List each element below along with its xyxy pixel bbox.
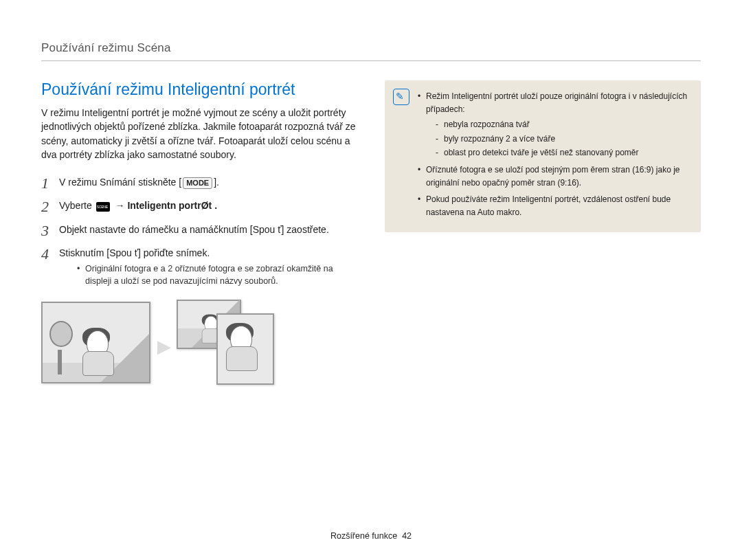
sub-bullet: Originální fotogra e a 2 oříznuté fotogr… <box>77 262 357 287</box>
step-text: Vyberte <box>59 200 95 211</box>
intro-paragraph: V režimu Inteligentní portrét je možné v… <box>41 106 357 161</box>
step-body: Vyberte → Inteligentn portrØt . <box>59 199 217 212</box>
note-bullets: Režim Inteligentní portrét uloží pouze o… <box>418 90 690 219</box>
breadcrumb: Používání režimu Scéna <box>41 41 701 61</box>
manual-page: Používání režimu Scéna Používání režimu … <box>0 0 742 560</box>
step-4: 4 Stisknutím [Spou ť] pořiďte snímek. Or… <box>41 246 357 288</box>
mode-button-label: MODE <box>183 177 212 188</box>
page-footer: Rozšířené funkce 42 <box>0 531 742 541</box>
note-box: Režim Inteligentní portrét uloží pouze o… <box>385 80 701 232</box>
note-dash-item: byly rozpoznány 2 a více tváře <box>436 133 690 146</box>
step-3: 3 Objekt nastavte do rámečku a namáčknut… <box>41 223 357 239</box>
step-number: 4 <box>41 246 59 262</box>
step-body: Stisknutím [Spou ť] pořiďte snímek. Orig… <box>59 246 357 288</box>
step-2: 2 Vyberte → Inteligentn portrØt . <box>41 199 357 215</box>
original-photo-thumbnail <box>41 302 150 383</box>
steps-list: 1 V režimu Snímání stiskněte [MODE]. 2 V… <box>41 175 357 287</box>
right-column: Režim Inteligentní portrét uloží pouze o… <box>385 80 701 385</box>
section-title: Používání režimu Inteligentní portrét <box>41 80 357 99</box>
step-text: ]. <box>214 177 219 188</box>
note-dash-list: nebyla rozpoznána tvář byly rozpoznány 2… <box>426 118 690 159</box>
note-dash-item: oblast pro detekci tváře je větší než st… <box>436 146 690 159</box>
cropped-photo-thumbnail-2 <box>216 313 274 385</box>
step-number: 3 <box>41 223 59 239</box>
step-text: Stisknutím [Spou ť] pořiďte snímek. <box>59 247 210 258</box>
step-bold-text: Inteligentn portrØt . <box>127 200 217 211</box>
step-number: 2 <box>41 199 59 215</box>
content-columns: Používání režimu Inteligentní portrét V … <box>41 80 701 385</box>
note-bullet: Oříznuté fotogra e se uloží pod stejným … <box>418 164 690 189</box>
step-body: V režimu Snímání stiskněte [MODE]. <box>59 175 219 189</box>
illustration-row <box>41 300 357 385</box>
note-text: Režim Inteligentní portrét uloží pouze o… <box>426 91 687 114</box>
scene-mode-icon <box>96 202 110 212</box>
step-1: 1 V režimu Snímání stiskněte [MODE]. <box>41 175 357 192</box>
arrow-text: → <box>113 200 128 211</box>
footer-section-label: Rozšířené funkce <box>330 531 397 541</box>
cropped-photos-group <box>177 300 286 385</box>
note-bullet: Pokud používáte režim Inteligentní portr… <box>418 193 690 219</box>
note-icon <box>393 89 409 105</box>
step-number: 1 <box>41 175 59 192</box>
footer-page-number: 42 <box>402 531 412 541</box>
step-body: Objekt nastavte do rámečku a namáčknutím… <box>59 223 329 236</box>
left-column: Používání režimu Inteligentní portrét V … <box>41 80 357 385</box>
note-dash-item: nebyla rozpoznána tvář <box>436 118 690 131</box>
note-bullet: Režim Inteligentní portrét uloží pouze o… <box>418 90 690 159</box>
step-text: V režimu Snímání stiskněte [ <box>59 177 181 188</box>
step-sub-bullets: Originální fotogra e a 2 oříznuté fotogr… <box>59 262 357 287</box>
